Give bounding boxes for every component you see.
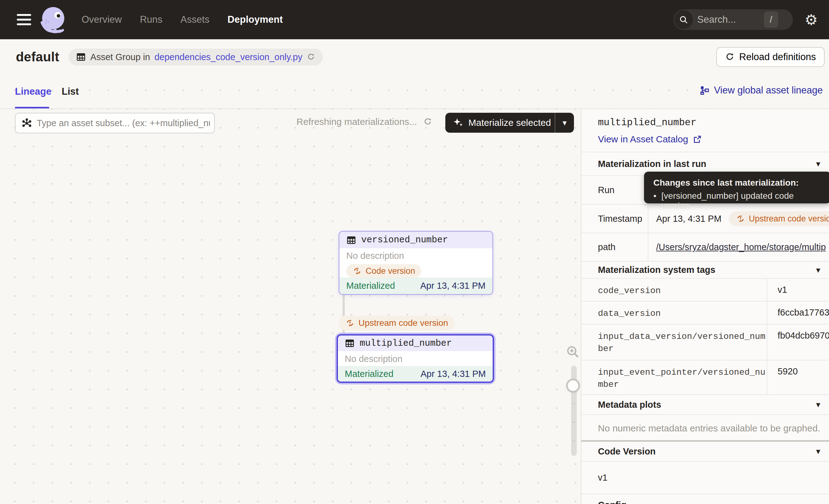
hamburger-menu-icon[interactable] [17,14,31,25]
asset-name: multiplied_number [360,338,452,349]
code-version-cycle-icon [353,266,362,276]
dagster-logo-icon[interactable] [38,5,67,34]
view-in-asset-catalog-link[interactable]: View in Asset Catalog [598,133,829,145]
code-version-cycle-icon [736,214,745,223]
tag-value: 5920 [767,360,829,394]
path-row: path /Users/sryza/dagster_home/storage/m… [581,233,829,261]
table-asset-icon [345,338,355,348]
tag-value: fb04dcb6970 [767,325,829,360]
global-search[interactable]: / [673,9,793,30]
tab-bar: Lineage List View global asset lineage [0,75,829,109]
caret-down-icon: ▾ [816,265,820,275]
run-label: Run [581,176,648,204]
materialization-time: Apr 13, 4:31 PM [421,369,486,379]
tooltip-title: Changes since last materialization: [653,178,822,188]
asset-group-badge: Asset Group in dependencies_code_version… [69,48,323,65]
caret-down-icon: ▾ [816,446,820,456]
active-tab-underline [15,107,49,108]
asset-node-multiplied-number[interactable]: multiplied_number No description Materia… [335,333,496,384]
section-materialization-system-tags[interactable]: Materialization system tags ▾ [581,261,829,278]
materialize-dropdown-caret[interactable]: ▾ [555,118,574,128]
upstream-code-version-badge: Upstream code version [338,316,455,330]
section-code-version[interactable]: Code Version ▾ [581,442,829,461]
search-input[interactable] [697,14,764,25]
panel-asset-title: multiplied_number [581,109,829,128]
content-area: default Asset Group in dependencies_code… [0,39,829,504]
code-version-value: v1 [581,461,829,494]
reload-icon [725,52,735,62]
tag-key: input_data_version/versioned_number [598,330,768,355]
search-shortcut-key: / [764,11,778,28]
external-link-icon [693,135,702,144]
grid-table-icon [76,52,86,62]
asset-lineage-graph: Refreshing materializations... Materiali… [0,109,581,504]
table-asset-icon [346,235,356,245]
tag-value: f6ccba177638 [767,301,829,324]
status-badge: Materialized [345,369,393,379]
materialization-time: Apr 13, 4:31 PM [420,281,485,291]
status-badge: Materialized [346,281,395,291]
code-version-cycle-icon [346,318,355,328]
asset-description: No description [345,351,493,364]
code-version-tag: Code version [346,264,421,278]
timestamp-value: Apr 13, 4:31 PM [656,214,722,224]
tab-list[interactable]: List [62,86,79,97]
section-metadata-plots[interactable]: Metadata plots ▾ [581,394,829,414]
tag-value: v1 [767,279,829,301]
asset-description: No description [346,251,485,261]
path-value-link[interactable]: /Users/sryza/dagster_home/storage/multip [656,242,826,252]
asset-subset-icon [21,118,32,129]
nav-item-assets[interactable]: Assets [181,14,210,25]
page-header: default Asset Group in dependencies_code… [0,39,829,75]
refresh-icon[interactable] [423,117,433,127]
metadata-empty-message: No numeric metadata entries available to… [581,414,829,440]
tab-lineage[interactable]: Lineage [15,86,51,97]
reload-location-icon[interactable] [307,52,316,61]
caret-down-icon: ▾ [816,159,820,169]
zoom-in-icon[interactable] [566,345,580,359]
nav-item-deployment[interactable]: Deployment [228,14,283,25]
table-row: data_version f6ccba177638 [581,301,829,324]
table-row: code_version v1 [581,278,829,301]
asset-detail-panel: multiplied_number View in Asset Catalog … [581,109,829,504]
refresh-status: Refreshing materializations... [296,116,433,127]
nav-links: Overview Runs Assets Deployment [82,14,283,25]
search-icon [674,10,693,29]
tag-key: input_event_pointer/versioned_number [598,366,768,391]
tag-key: code_version [598,285,768,297]
timestamp-label: Timestamp [581,205,648,233]
section-config[interactable]: Config [581,494,829,504]
nav-item-overview[interactable]: Overview [82,14,122,25]
dagster-app: Overview Runs Assets Deployment / ⚙ defa… [0,0,829,504]
table-row: input_data_version/versioned_number fb04… [581,324,829,360]
nav-item-runs[interactable]: Runs [140,14,162,25]
code-location-link[interactable]: dependencies_code_version_only.py [154,52,302,62]
path-label: path [581,233,648,261]
tag-key: data_version [598,308,768,320]
top-nav: Overview Runs Assets Deployment / ⚙ [0,0,829,39]
tooltip-item: • [versioned_number] updated code versio… [653,191,822,211]
zoom-slider-handle[interactable] [566,379,580,393]
asset-subset-input[interactable] [15,113,215,133]
lineage-graph-icon [699,85,710,96]
changes-since-materialization-tooltip: Changes since last materialization: • [v… [644,172,829,204]
asset-group-label: Asset Group in [90,52,150,62]
page-title: default [16,49,59,65]
sparkle-icon [452,117,464,129]
view-global-asset-lineage-link[interactable]: View global asset lineage [699,85,823,96]
settings-gear-icon[interactable]: ⚙ [805,12,818,27]
asset-node-versioned-number[interactable]: versioned_number No description Code ver… [338,231,493,295]
bullet-icon: • [653,191,656,211]
caret-down-icon: ▾ [816,400,820,409]
upstream-code-version-badge: Upstream code version [729,211,829,226]
materialize-selected-button[interactable]: Materialize selected ▾ [445,113,574,133]
asset-name: versioned_number [361,235,448,245]
table-row: input_event_pointer/versioned_number 592… [581,360,829,394]
reload-definitions-button[interactable]: Reload definitions [716,47,825,67]
